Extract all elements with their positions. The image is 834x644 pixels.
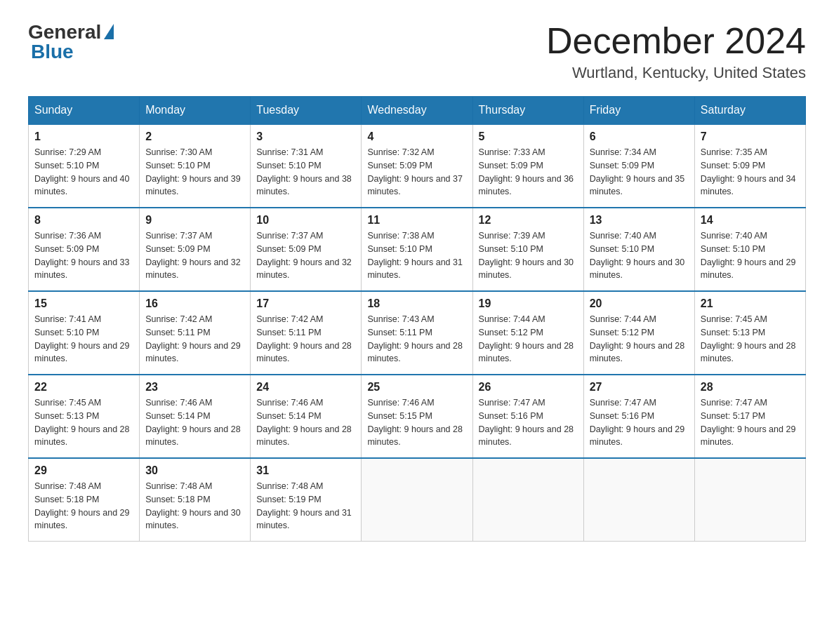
calendar-week-row: 15Sunrise: 7:41 AMSunset: 5:10 PMDayligh…	[29, 291, 806, 375]
day-info: Sunrise: 7:40 AMSunset: 5:10 PMDaylight:…	[590, 229, 689, 282]
calendar-week-row: 22Sunrise: 7:45 AMSunset: 5:13 PMDayligh…	[29, 375, 806, 458]
day-info: Sunrise: 7:42 AMSunset: 5:11 PMDaylight:…	[256, 313, 355, 365]
day-info: Sunrise: 7:48 AMSunset: 5:18 PMDaylight:…	[145, 480, 244, 532]
calendar-day-cell: 2Sunrise: 7:30 AMSunset: 5:10 PMDaylight…	[140, 124, 251, 208]
day-info: Sunrise: 7:29 AMSunset: 5:10 PMDaylight:…	[34, 146, 133, 199]
day-info: Sunrise: 7:47 AMSunset: 5:17 PMDaylight:…	[701, 396, 800, 449]
day-info: Sunrise: 7:37 AMSunset: 5:09 PMDaylight:…	[256, 229, 355, 282]
calendar-day-cell: 29Sunrise: 7:48 AMSunset: 5:18 PMDayligh…	[29, 458, 140, 542]
calendar-day-cell: 6Sunrise: 7:34 AMSunset: 5:09 PMDaylight…	[583, 124, 694, 208]
day-info: Sunrise: 7:42 AMSunset: 5:11 PMDaylight:…	[145, 313, 244, 365]
day-info: Sunrise: 7:31 AMSunset: 5:10 PMDaylight:…	[256, 146, 355, 199]
calendar-day-cell: 14Sunrise: 7:40 AMSunset: 5:10 PMDayligh…	[694, 208, 805, 291]
calendar-day-cell: 17Sunrise: 7:42 AMSunset: 5:11 PMDayligh…	[251, 291, 362, 375]
day-number: 5	[479, 130, 578, 143]
day-number: 12	[479, 214, 578, 227]
calendar-day-cell: 1Sunrise: 7:29 AMSunset: 5:10 PMDaylight…	[29, 124, 140, 208]
calendar-day-cell: 11Sunrise: 7:38 AMSunset: 5:10 PMDayligh…	[362, 208, 472, 291]
day-info: Sunrise: 7:48 AMSunset: 5:18 PMDaylight:…	[34, 480, 133, 532]
day-number: 20	[590, 297, 689, 310]
day-info: Sunrise: 7:46 AMSunset: 5:15 PMDaylight:…	[367, 396, 466, 449]
day-info: Sunrise: 7:46 AMSunset: 5:14 PMDaylight:…	[256, 396, 355, 449]
day-info: Sunrise: 7:46 AMSunset: 5:14 PMDaylight:…	[145, 396, 244, 449]
calendar-day-cell: 25Sunrise: 7:46 AMSunset: 5:15 PMDayligh…	[362, 375, 472, 458]
day-number: 6	[590, 130, 689, 143]
calendar-day-cell: 9Sunrise: 7:37 AMSunset: 5:09 PMDaylight…	[140, 208, 251, 291]
calendar-day-cell: 22Sunrise: 7:45 AMSunset: 5:13 PMDayligh…	[29, 375, 140, 458]
day-number: 22	[34, 381, 133, 394]
calendar-day-cell: 26Sunrise: 7:47 AMSunset: 5:16 PMDayligh…	[472, 375, 583, 458]
day-number: 17	[256, 297, 355, 310]
day-number: 27	[590, 381, 689, 394]
calendar-day-cell	[472, 458, 583, 542]
calendar-day-cell: 19Sunrise: 7:44 AMSunset: 5:12 PMDayligh…	[472, 291, 583, 375]
calendar-day-cell: 5Sunrise: 7:33 AMSunset: 5:09 PMDaylight…	[472, 124, 583, 208]
day-number: 9	[145, 214, 244, 227]
day-number: 25	[367, 381, 466, 394]
calendar-table: SundayMondayTuesdayWednesdayThursdayFrid…	[28, 96, 806, 542]
day-number: 29	[34, 464, 133, 477]
day-number: 23	[145, 381, 244, 394]
day-info: Sunrise: 7:48 AMSunset: 5:19 PMDaylight:…	[256, 480, 355, 532]
calendar-week-row: 1Sunrise: 7:29 AMSunset: 5:10 PMDaylight…	[29, 124, 806, 208]
calendar-day-cell: 21Sunrise: 7:45 AMSunset: 5:13 PMDayligh…	[694, 291, 805, 375]
day-number: 15	[34, 297, 133, 310]
calendar-week-row: 29Sunrise: 7:48 AMSunset: 5:18 PMDayligh…	[29, 458, 806, 542]
day-info: Sunrise: 7:45 AMSunset: 5:13 PMDaylight:…	[701, 313, 800, 365]
day-info: Sunrise: 7:40 AMSunset: 5:10 PMDaylight:…	[701, 229, 800, 282]
day-number: 7	[701, 130, 800, 143]
calendar-day-cell: 8Sunrise: 7:36 AMSunset: 5:09 PMDaylight…	[29, 208, 140, 291]
calendar-day-cell: 23Sunrise: 7:46 AMSunset: 5:14 PMDayligh…	[140, 375, 251, 458]
calendar-day-cell: 28Sunrise: 7:47 AMSunset: 5:17 PMDayligh…	[694, 375, 805, 458]
calendar-day-header: Sunday	[29, 97, 140, 125]
day-info: Sunrise: 7:39 AMSunset: 5:10 PMDaylight:…	[479, 229, 578, 282]
calendar-day-cell: 10Sunrise: 7:37 AMSunset: 5:09 PMDayligh…	[251, 208, 362, 291]
day-info: Sunrise: 7:30 AMSunset: 5:10 PMDaylight:…	[145, 146, 244, 199]
day-info: Sunrise: 7:44 AMSunset: 5:12 PMDaylight:…	[590, 313, 689, 365]
day-number: 24	[256, 381, 355, 394]
day-number: 13	[590, 214, 689, 227]
calendar-day-cell	[583, 458, 694, 542]
calendar-day-header: Wednesday	[362, 97, 472, 125]
location-subtitle: Wurtland, Kentucky, United States	[546, 64, 806, 82]
day-number: 16	[145, 297, 244, 310]
calendar-day-cell: 18Sunrise: 7:43 AMSunset: 5:11 PMDayligh…	[362, 291, 472, 375]
day-number: 28	[701, 381, 800, 394]
logo-triangle-icon	[104, 24, 114, 39]
day-info: Sunrise: 7:45 AMSunset: 5:13 PMDaylight:…	[34, 396, 133, 449]
day-number: 2	[145, 130, 244, 143]
day-info: Sunrise: 7:38 AMSunset: 5:10 PMDaylight:…	[367, 229, 466, 282]
logo-blue-text: Blue	[28, 41, 74, 63]
calendar-day-cell: 12Sunrise: 7:39 AMSunset: 5:10 PMDayligh…	[472, 208, 583, 291]
title-section: December 2024 Wurtland, Kentucky, United…	[546, 21, 806, 82]
day-number: 10	[256, 214, 355, 227]
logo: General Blue	[28, 21, 114, 63]
calendar-day-cell: 27Sunrise: 7:47 AMSunset: 5:16 PMDayligh…	[583, 375, 694, 458]
calendar-day-header: Saturday	[694, 97, 805, 125]
calendar-day-cell: 16Sunrise: 7:42 AMSunset: 5:11 PMDayligh…	[140, 291, 251, 375]
calendar-day-header: Monday	[140, 97, 251, 125]
calendar-day-cell: 4Sunrise: 7:32 AMSunset: 5:09 PMDaylight…	[362, 124, 472, 208]
day-number: 26	[479, 381, 578, 394]
day-number: 3	[256, 130, 355, 143]
calendar-day-cell	[362, 458, 472, 542]
day-number: 21	[701, 297, 800, 310]
day-info: Sunrise: 7:33 AMSunset: 5:09 PMDaylight:…	[479, 146, 578, 199]
day-info: Sunrise: 7:35 AMSunset: 5:09 PMDaylight:…	[701, 146, 800, 199]
day-info: Sunrise: 7:36 AMSunset: 5:09 PMDaylight:…	[34, 229, 133, 282]
calendar-day-cell	[694, 458, 805, 542]
calendar-day-cell: 15Sunrise: 7:41 AMSunset: 5:10 PMDayligh…	[29, 291, 140, 375]
day-info: Sunrise: 7:34 AMSunset: 5:09 PMDaylight:…	[590, 146, 689, 199]
day-number: 4	[367, 130, 466, 143]
day-number: 30	[145, 464, 244, 477]
day-info: Sunrise: 7:32 AMSunset: 5:09 PMDaylight:…	[367, 146, 466, 199]
day-number: 8	[34, 214, 133, 227]
day-number: 31	[256, 464, 355, 477]
page-header: General Blue December 2024 Wurtland, Ken…	[28, 21, 806, 82]
day-info: Sunrise: 7:47 AMSunset: 5:16 PMDaylight:…	[590, 396, 689, 449]
calendar-week-row: 8Sunrise: 7:36 AMSunset: 5:09 PMDaylight…	[29, 208, 806, 291]
day-info: Sunrise: 7:47 AMSunset: 5:16 PMDaylight:…	[479, 396, 578, 449]
day-number: 14	[701, 214, 800, 227]
calendar-day-cell: 30Sunrise: 7:48 AMSunset: 5:18 PMDayligh…	[140, 458, 251, 542]
day-number: 1	[34, 130, 133, 143]
